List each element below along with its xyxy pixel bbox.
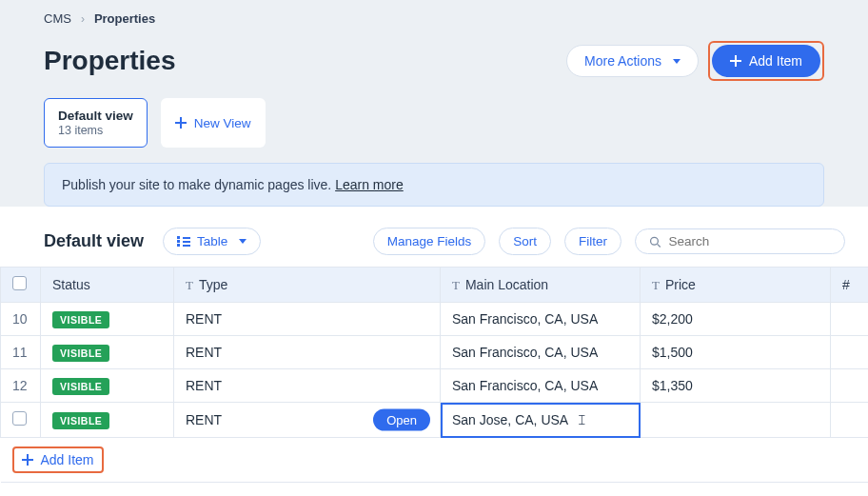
publish-banner: Publish your site to make dynamic pages … <box>44 163 824 207</box>
column-hash[interactable]: # <box>831 268 869 303</box>
row-number: 10 <box>1 303 41 336</box>
add-item-footer-label: Add Item <box>41 452 94 467</box>
row-number: 11 <box>1 336 41 369</box>
svg-line-1 <box>658 244 661 247</box>
column-type-label: Type <box>199 277 227 292</box>
view-item-count: 13 items <box>58 124 103 137</box>
price-cell[interactable]: $2,200 <box>641 303 831 336</box>
search-input[interactable] <box>669 234 832 248</box>
location-value: San Jose, CA, USA <box>452 412 567 427</box>
view-name: Default view <box>58 109 133 123</box>
location-cell[interactable]: San Francisco, CA, USA <box>441 369 641 403</box>
row-number: 12 <box>1 369 41 403</box>
add-item-button[interactable]: Add Item <box>712 45 820 77</box>
status-badge: VISIBLE <box>52 378 109 395</box>
chevron-right-icon: › <box>81 12 85 26</box>
extra-cell <box>831 403 869 438</box>
text-field-icon: T <box>452 278 460 292</box>
add-item-highlight: Add Item <box>708 41 824 81</box>
location-cell[interactable]: San Francisco, CA, USA <box>441 303 641 336</box>
banner-text: Publish your site to make dynamic pages … <box>62 177 335 192</box>
type-cell[interactable]: RENT Open <box>174 403 441 438</box>
column-type[interactable]: TType <box>174 268 441 303</box>
table-row-editing[interactable]: VISIBLE RENT Open San Jose, CA, USA 𝙸 <box>1 403 869 438</box>
view-tab-default[interactable]: Default view 13 items <box>44 98 148 148</box>
more-actions-label: More Actions <box>584 53 661 69</box>
extra-cell <box>831 336 869 369</box>
column-location-label: Main Location <box>465 277 548 292</box>
type-cell[interactable]: RENT <box>174 369 441 403</box>
breadcrumb: CMS › Properties <box>23 8 845 30</box>
text-field-icon: T <box>652 278 660 292</box>
more-actions-button[interactable]: More Actions <box>566 45 699 77</box>
search-input-wrap[interactable] <box>635 228 845 254</box>
status-cell: VISIBLE <box>41 369 174 403</box>
column-location[interactable]: TMain Location <box>441 268 641 303</box>
extra-cell <box>831 303 869 336</box>
filter-button[interactable]: Filter <box>564 228 621 255</box>
column-status-label: Status <box>52 277 90 292</box>
add-item-label: Add Item <box>749 53 802 69</box>
table-row[interactable]: 11 VISIBLE RENT San Francisco, CA, USA $… <box>1 336 869 369</box>
text-cursor-icon: 𝙸 <box>577 411 587 428</box>
status-cell: VISIBLE <box>41 336 174 369</box>
list-icon <box>177 236 189 247</box>
learn-more-link[interactable]: Learn more <box>335 177 404 192</box>
plus-icon <box>22 454 33 466</box>
status-badge: VISIBLE <box>52 412 109 429</box>
new-view-button[interactable]: New View <box>161 98 266 148</box>
select-all-header[interactable] <box>1 268 41 303</box>
text-field-icon: T <box>186 278 193 292</box>
status-badge: VISIBLE <box>52 311 109 328</box>
chevron-down-icon <box>673 59 681 64</box>
breadcrumb-root[interactable]: CMS <box>44 11 71 26</box>
table-row[interactable]: 12 VISIBLE RENT San Francisco, CA, USA $… <box>1 369 869 403</box>
status-cell: VISIBLE <box>41 403 174 438</box>
extra-cell <box>831 369 869 403</box>
price-cell[interactable]: $1,350 <box>641 369 831 403</box>
manage-fields-button[interactable]: Manage Fields <box>373 228 486 255</box>
search-icon <box>649 235 661 248</box>
table-header-row: Status TType TMain Location TPrice # <box>1 268 869 303</box>
view-mode-selector[interactable]: Table <box>163 228 261 255</box>
open-item-button[interactable]: Open <box>373 409 430 431</box>
plus-icon <box>175 117 187 129</box>
price-cell[interactable]: $1,500 <box>641 336 831 369</box>
breadcrumb-current[interactable]: Properties <box>94 11 155 26</box>
price-cell[interactable] <box>641 403 831 438</box>
type-cell[interactable]: RENT <box>174 336 441 369</box>
select-all-checkbox[interactable] <box>12 276 27 290</box>
type-cell[interactable]: RENT <box>174 303 441 336</box>
column-status[interactable]: Status <box>41 268 174 303</box>
table-footer-row: Add Item <box>1 438 869 483</box>
page-title: Properties <box>44 46 176 76</box>
view-mode-label: Table <box>197 234 227 248</box>
chevron-down-icon <box>239 239 247 244</box>
status-cell: VISIBLE <box>41 303 174 336</box>
column-price-label: Price <box>665 277 696 292</box>
add-item-footer-button[interactable]: Add Item <box>12 446 104 473</box>
row-select[interactable] <box>1 403 41 438</box>
new-view-label: New View <box>194 116 251 130</box>
location-cell-editing[interactable]: San Jose, CA, USA 𝙸 <box>441 403 641 438</box>
section-title: Default view <box>44 231 144 251</box>
sort-button[interactable]: Sort <box>499 228 551 255</box>
plus-icon <box>730 55 741 67</box>
location-cell[interactable]: San Francisco, CA, USA <box>441 336 641 369</box>
properties-table: Status TType TMain Location TPrice # 10 … <box>0 267 868 483</box>
type-value: RENT <box>186 412 222 427</box>
column-price[interactable]: TPrice <box>641 268 831 303</box>
status-badge: VISIBLE <box>52 345 109 362</box>
row-checkbox[interactable] <box>12 411 27 426</box>
table-row[interactable]: 10 VISIBLE RENT San Francisco, CA, USA $… <box>1 303 869 336</box>
svg-point-0 <box>651 237 659 245</box>
